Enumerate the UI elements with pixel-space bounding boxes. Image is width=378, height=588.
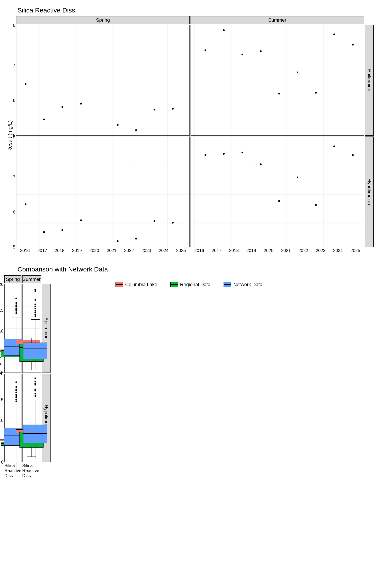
boxplot-title: Comparison with Network Data: [17, 266, 374, 273]
scatter-xaxis-2: 2016201720182019202020212022202320242025: [190, 248, 364, 257]
brow-strip-epi: Epilimnion: [42, 284, 51, 292]
panel-spring-hypo: 8765: [16, 136, 190, 247]
outlier-point: [35, 290, 36, 292]
col-strip-spring: Spring: [16, 16, 190, 24]
data-point: [80, 219, 82, 221]
scatter-grid: Result (mg/L) Spring Summer Epilimnion H…: [4, 16, 374, 257]
boxplot-grid: Results (mg/L) Spring Summer Epilimnion …: [0, 275, 16, 292]
bpanel-spring-epi: 20151050: [4, 284, 21, 292]
outlier-point: [35, 289, 36, 291]
data-point: [172, 222, 174, 224]
legend-key-red: [116, 282, 123, 287]
data-point: [135, 129, 137, 131]
col-strip-summer: Summer: [190, 16, 364, 24]
data-point: [80, 103, 82, 105]
data-point: [352, 154, 354, 156]
data-point: [154, 109, 155, 110]
bcol-strip-summer: Summer: [22, 275, 41, 283]
data-point: [117, 124, 119, 126]
data-point: [315, 204, 317, 206]
data-point: [172, 108, 174, 110]
data-point: [278, 200, 280, 202]
data-point: [25, 83, 27, 85]
panel-summer-hypo: [190, 136, 364, 247]
legend-item-regional: Regional Data: [170, 282, 210, 287]
data-point: [61, 229, 63, 231]
panel-summer-epi: [190, 25, 364, 136]
boxplot-section: Comparison with Network Data Results (mg…: [4, 266, 374, 273]
legend: Columbia Lake Regional Data Network Data: [4, 282, 374, 287]
data-point: [223, 153, 225, 155]
data-point: [242, 152, 243, 153]
panel-spring-epi: 8765: [16, 25, 190, 136]
bpanel-summer-epi: [22, 284, 41, 292]
data-point: [333, 33, 335, 35]
legend-item-columbia: Columbia Lake: [116, 282, 157, 287]
data-point: [352, 44, 354, 45]
data-point: [154, 220, 155, 222]
data-point: [315, 92, 317, 94]
bcol-strip-spring: Spring: [4, 275, 21, 283]
data-point: [260, 163, 262, 165]
data-point: [25, 203, 27, 205]
row-strip-hypo: Hypolimnion: [365, 136, 374, 247]
legend-item-network: Network Data: [224, 282, 262, 287]
scatter-xaxis-1: 2016201720182019202020212022202320242025: [16, 248, 190, 257]
data-point: [204, 49, 206, 51]
data-point: [61, 106, 63, 108]
data-point: [43, 231, 45, 233]
data-point: [297, 176, 298, 178]
data-point: [260, 50, 262, 52]
row-strip-epi: Epilimnion: [365, 25, 374, 136]
data-point: [223, 29, 225, 31]
data-point: [297, 71, 298, 73]
data-point: [117, 240, 119, 242]
legend-key-green: [170, 282, 178, 287]
data-point: [135, 238, 137, 240]
data-point: [43, 119, 45, 120]
data-point: [278, 93, 280, 94]
scatter-title: Silica Reactive Diss: [17, 7, 374, 14]
scatter-section: Silica Reactive Diss Result (mg/L) Sprin…: [4, 7, 374, 257]
legend-key-blue: [224, 282, 231, 287]
data-point: [333, 146, 335, 147]
data-point: [242, 53, 243, 55]
data-point: [204, 154, 206, 156]
